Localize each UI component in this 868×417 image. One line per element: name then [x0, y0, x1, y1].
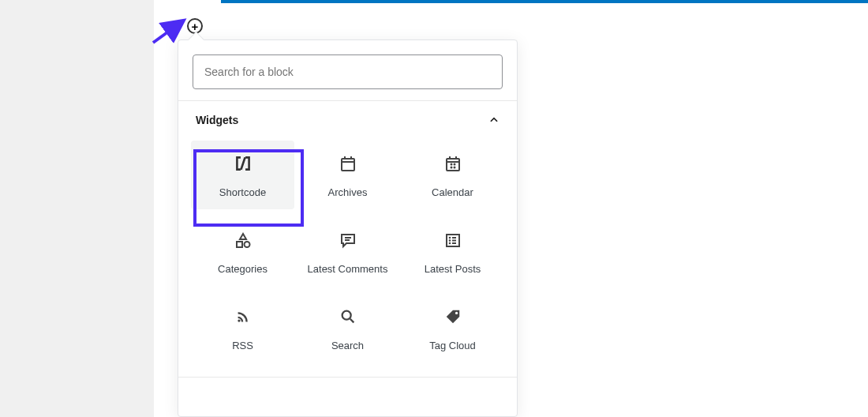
calendar-archive-icon	[338, 153, 358, 174]
block-label: Latest Comments	[308, 263, 388, 275]
shortcode-icon	[233, 153, 253, 174]
block-calendar[interactable]: Calendar	[401, 141, 504, 209]
block-inserter-panel: Widgets Shortcode	[178, 39, 518, 417]
block-label: Calendar	[432, 186, 473, 198]
categories-icon	[233, 230, 253, 250]
list-icon	[443, 230, 463, 250]
search-input[interactable]	[193, 54, 503, 89]
svg-point-29	[455, 312, 457, 314]
svg-rect-6	[447, 159, 459, 171]
block-search[interactable]: Search	[296, 294, 399, 363]
widgets-section-header[interactable]: Widgets	[178, 101, 517, 136]
block-label: Archives	[328, 186, 368, 198]
block-label: Categories	[218, 263, 268, 275]
svg-point-26	[238, 319, 240, 321]
search-container	[178, 40, 517, 101]
chevron-up-icon	[488, 115, 499, 126]
svg-line-28	[350, 319, 354, 323]
block-label: Shortcode	[219, 186, 266, 198]
search-icon	[338, 306, 358, 327]
block-shortcode[interactable]: Shortcode	[191, 141, 294, 209]
svg-point-27	[342, 311, 350, 320]
block-latest-posts[interactable]: Latest Posts	[401, 217, 504, 286]
svg-point-16	[244, 242, 249, 247]
block-label: Tag Cloud	[429, 340, 476, 351]
block-archives[interactable]: Archives	[296, 141, 399, 209]
accent-bar	[221, 0, 868, 3]
block-rss[interactable]: RSS	[191, 294, 294, 363]
rss-icon	[233, 306, 253, 327]
editor-background	[0, 0, 154, 417]
block-categories[interactable]: Categories	[191, 217, 294, 286]
svg-line-1	[241, 159, 244, 169]
section-title: Widgets	[196, 114, 238, 126]
svg-line-0	[153, 22, 181, 43]
comment-icon	[338, 230, 358, 250]
block-latest-comments[interactable]: Latest Comments	[296, 217, 399, 286]
block-label: Search	[331, 340, 364, 351]
block-label: Latest Posts	[425, 263, 481, 275]
blocks-grid: Shortcode Archives	[178, 136, 517, 378]
block-tag-cloud[interactable]: Tag Cloud	[401, 294, 504, 363]
svg-rect-15	[237, 242, 242, 247]
svg-rect-2	[342, 159, 354, 171]
tag-icon	[443, 306, 463, 327]
svg-marker-14	[240, 234, 246, 239]
block-label: RSS	[232, 340, 253, 351]
calendar-icon	[443, 153, 463, 174]
